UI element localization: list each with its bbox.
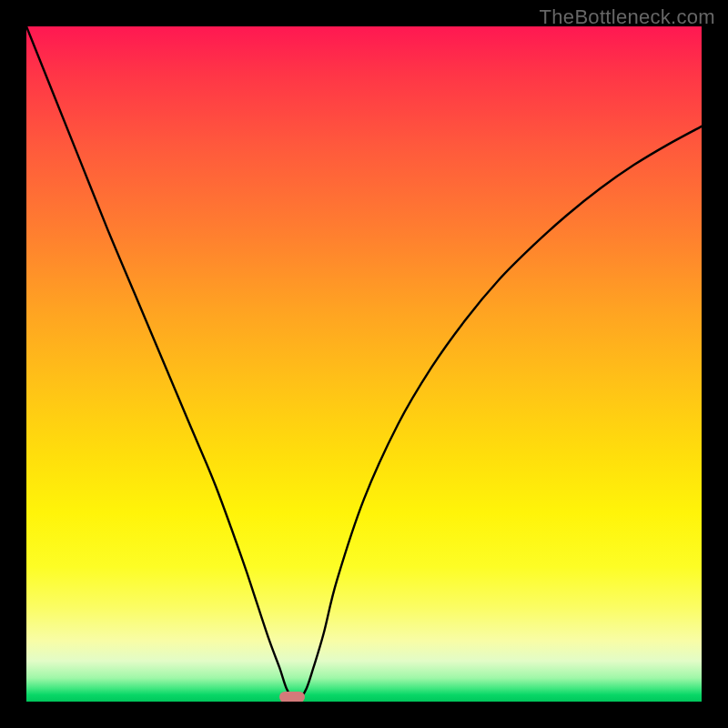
plot-area: [26, 26, 702, 702]
bottleneck-curve: [26, 26, 702, 700]
min-indicator: [279, 692, 305, 702]
watermark-text: TheBottleneck.com: [540, 5, 715, 29]
curve-svg: [26, 26, 702, 702]
chart-canvas: TheBottleneck.com: [0, 0, 728, 728]
